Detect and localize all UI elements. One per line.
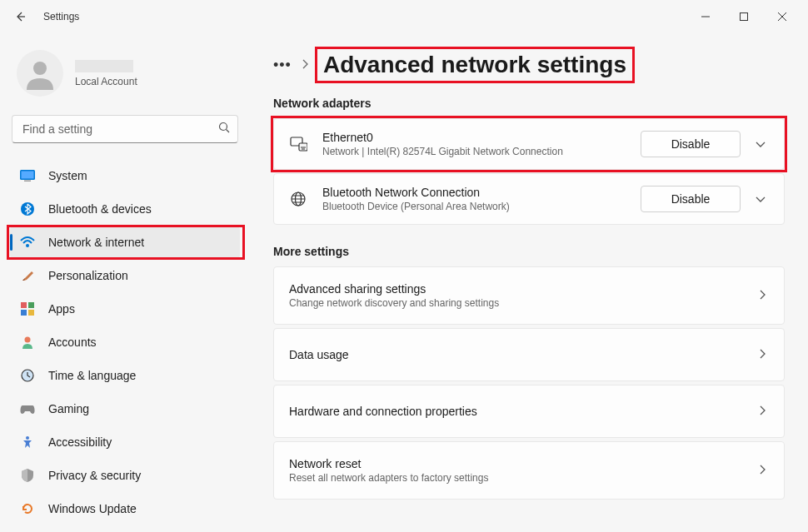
sidebar-item-label: Network & internet — [48, 236, 144, 249]
sidebar-item-network[interactable]: Network & internet — [10, 226, 240, 258]
sidebar-item-update[interactable]: Windows Update — [10, 493, 240, 525]
adapter-card-bluetooth[interactable]: Bluetooth Network Connection Bluetooth D… — [273, 173, 785, 225]
profile-block[interactable]: Local Account — [10, 43, 240, 110]
minimize-icon — [701, 12, 710, 21]
adapter-card-ethernet[interactable]: Ethernet0 Network | Intel(R) 82574L Giga… — [273, 118, 785, 170]
chevron-down-icon — [756, 142, 766, 148]
accounts-icon — [20, 335, 35, 350]
sidebar-item-label: Apps — [48, 302, 75, 316]
breadcrumb-more-icon[interactable]: ••• — [273, 57, 292, 74]
sidebar-item-label: System — [48, 169, 87, 182]
svg-rect-11 — [28, 310, 34, 316]
sidebar-item-label: Time & language — [48, 369, 136, 382]
sidebar-item-gaming[interactable]: Gaming — [10, 393, 240, 425]
clock-icon — [20, 368, 35, 383]
profile-name-placeholder — [75, 60, 133, 72]
settings-subtitle: Change network discovery and sharing set… — [289, 297, 756, 309]
svg-rect-9 — [28, 302, 34, 308]
avatar — [17, 50, 63, 97]
svg-point-7 — [26, 244, 29, 247]
adapter-name: Bluetooth Network Connection — [322, 186, 626, 199]
title-bar: Settings — [0, 0, 808, 33]
sidebar-item-accounts[interactable]: Accounts — [10, 326, 240, 358]
settings-title: Advanced sharing settings — [289, 282, 756, 296]
chevron-right-icon — [756, 344, 769, 365]
shield-icon — [20, 468, 35, 483]
back-button[interactable] — [7, 3, 33, 30]
svg-point-2 — [220, 123, 227, 131]
search-input[interactable] — [12, 115, 238, 143]
sidebar-item-label: Windows Update — [48, 502, 137, 515]
search-wrap — [12, 115, 238, 143]
settings-item-hardware[interactable]: Hardware and connection properties — [273, 385, 785, 438]
sidebar-item-label: Accessibility — [48, 435, 112, 449]
svg-rect-0 — [741, 13, 748, 21]
adapter-name: Ethernet0 — [322, 131, 626, 144]
expand-button[interactable] — [752, 133, 769, 155]
adapter-detail: Bluetooth Device (Personal Area Network) — [322, 201, 626, 212]
settings-subtitle: Reset all network adapters to factory se… — [289, 472, 756, 484]
settings-title: Data usage — [289, 348, 756, 361]
person-icon — [23, 57, 57, 90]
section-label-more: More settings — [273, 245, 785, 258]
sidebar-item-bluetooth[interactable]: Bluetooth & devices — [10, 193, 240, 225]
disable-button[interactable]: Disable — [641, 186, 741, 212]
accessibility-icon — [20, 435, 35, 450]
settings-title: Network reset — [289, 457, 756, 470]
apps-icon — [20, 301, 35, 316]
sidebar-item-label: Personalization — [48, 269, 128, 282]
svg-rect-5 — [24, 181, 31, 182]
settings-item-sharing[interactable]: Advanced sharing settings Change network… — [273, 266, 785, 325]
settings-item-reset[interactable]: Network reset Reset all network adapters… — [273, 441, 785, 500]
sidebar-item-personalization[interactable]: Personalization — [10, 260, 240, 291]
sidebar-item-accessibility[interactable]: Accessibility — [10, 426, 240, 458]
sidebar-item-apps[interactable]: Apps — [10, 293, 240, 325]
svg-point-12 — [25, 337, 31, 343]
sidebar-item-label: Privacy & security — [48, 469, 141, 482]
update-icon — [20, 501, 35, 516]
sidebar-item-label: Gaming — [48, 402, 89, 415]
back-arrow-icon — [13, 10, 27, 23]
search-icon — [218, 122, 230, 137]
sidebar-item-system[interactable]: System — [10, 160, 240, 191]
gaming-icon — [20, 401, 35, 416]
content-area: ••• Advanced network settings Network ad… — [250, 33, 808, 532]
disable-button[interactable]: Disable — [641, 131, 741, 157]
sidebar-item-time[interactable]: Time & language — [10, 360, 240, 391]
wifi-icon — [20, 235, 35, 250]
chevron-right-icon — [756, 460, 769, 481]
profile-info: Local Account — [75, 60, 137, 87]
globe-icon — [289, 191, 307, 207]
sidebar-item-privacy[interactable]: Privacy & security — [10, 460, 240, 491]
sidebar: Local Account System Bluetooth & devices… — [0, 33, 250, 532]
chevron-right-icon — [302, 57, 308, 72]
minimize-button[interactable] — [686, 3, 725, 30]
chevron-right-icon — [756, 400, 769, 422]
chevron-down-icon — [756, 196, 766, 203]
close-button[interactable] — [763, 3, 801, 30]
svg-point-1 — [33, 62, 47, 75]
maximize-button[interactable] — [725, 3, 763, 30]
svg-point-14 — [26, 436, 29, 440]
adapter-detail: Network | Intel(R) 82574L Gigabit Networ… — [322, 146, 626, 157]
ethernet-icon — [289, 137, 307, 152]
svg-rect-4 — [22, 172, 34, 179]
sidebar-item-label: Bluetooth & devices — [48, 202, 152, 216]
page-title: Advanced network settings — [318, 50, 631, 80]
settings-item-data-usage[interactable]: Data usage — [273, 328, 785, 381]
bluetooth-icon — [20, 201, 35, 216]
maximize-icon — [740, 12, 748, 21]
nav-list: System Bluetooth & devices Network & int… — [10, 160, 240, 525]
brush-icon — [20, 268, 35, 283]
window-controls — [686, 3, 801, 30]
expand-button[interactable] — [752, 188, 769, 210]
chevron-right-icon — [756, 285, 769, 306]
profile-account-type: Local Account — [75, 76, 137, 87]
close-icon — [778, 12, 786, 21]
window-title: Settings — [43, 11, 79, 22]
breadcrumb: ••• Advanced network settings — [273, 50, 631, 80]
section-label-adapters: Network adapters — [273, 97, 785, 110]
sidebar-item-label: Accounts — [48, 336, 97, 349]
svg-rect-8 — [21, 302, 27, 308]
svg-rect-10 — [21, 310, 27, 316]
